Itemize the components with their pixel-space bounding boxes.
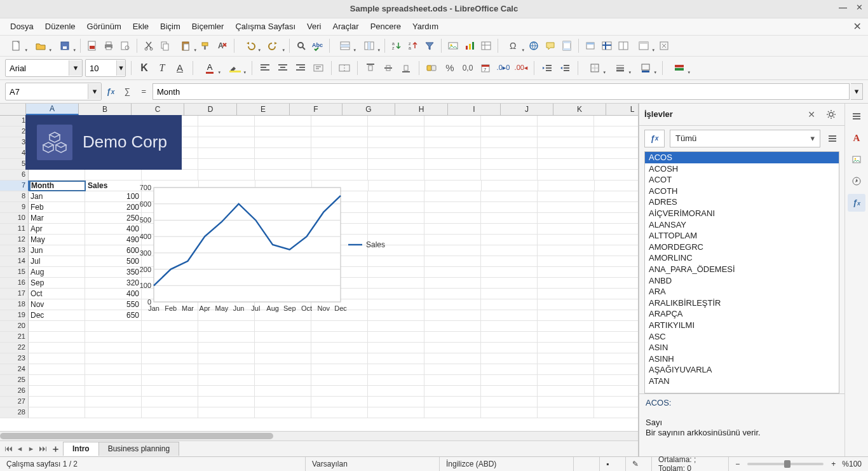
cell[interactable]	[198, 289, 255, 299]
column-header[interactable]: I	[448, 104, 501, 115]
sidebar-close-button[interactable]: ✕	[808, 109, 815, 120]
cell[interactable]	[368, 332, 424, 343]
cell[interactable]	[595, 181, 638, 191]
cell[interactable]	[311, 213, 368, 224]
cell[interactable]: Sales	[86, 181, 142, 191]
cell[interactable]	[198, 332, 255, 343]
cell[interactable]	[198, 202, 255, 213]
cell[interactable]	[311, 278, 368, 289]
cell[interactable]: Jul	[29, 256, 85, 267]
cell[interactable]	[538, 191, 594, 202]
cell[interactable]	[538, 202, 594, 213]
function-category-select[interactable]: Tümü ▾	[670, 130, 820, 147]
save-button[interactable]: ▾	[53, 38, 76, 53]
cell[interactable]: Dec	[29, 310, 85, 321]
cell[interactable]	[538, 256, 594, 267]
function-list-item[interactable]: ARTIKYILMI	[645, 320, 839, 331]
cell[interactable]	[29, 375, 85, 386]
column-header[interactable]: D	[184, 104, 237, 115]
cell[interactable]	[142, 191, 198, 202]
cell[interactable]	[142, 213, 198, 224]
function-list-item[interactable]: ASC	[645, 331, 839, 343]
row-header[interactable]: 20	[0, 321, 29, 332]
cell[interactable]	[142, 397, 198, 407]
cell[interactable]	[142, 148, 198, 159]
cell[interactable]	[424, 278, 481, 289]
row-header[interactable]: 24	[0, 364, 29, 375]
cell[interactable]	[481, 137, 538, 148]
cell[interactable]	[368, 116, 424, 126]
cell[interactable]	[424, 245, 481, 256]
status-language[interactable]: İngilizce (ABD)	[440, 457, 574, 471]
cell[interactable]	[424, 353, 481, 364]
cell[interactable]	[481, 397, 538, 407]
function-list-item[interactable]: ADRES	[645, 196, 839, 208]
cell[interactable]	[311, 256, 368, 267]
cell[interactable]: 400	[85, 224, 142, 235]
cell[interactable]	[424, 343, 481, 353]
cell[interactable]	[538, 299, 594, 310]
sidebar-tab-styles[interactable]: A	[848, 129, 865, 147]
cell[interactable]	[198, 353, 255, 364]
bold-button[interactable]: K	[137, 60, 152, 76]
cell[interactable]	[481, 170, 538, 181]
cell[interactable]	[142, 159, 198, 170]
cell[interactable]: Sep	[29, 278, 85, 289]
cell[interactable]	[311, 364, 368, 375]
headers-footers-button[interactable]	[559, 38, 574, 53]
copy-button[interactable]	[158, 38, 173, 53]
function-list-item[interactable]: ASIN	[645, 342, 839, 353]
cell[interactable]	[424, 213, 481, 224]
zoom-in-button[interactable]: +	[831, 460, 836, 468]
cell[interactable]	[481, 224, 538, 235]
row-header[interactable]: 28	[0, 407, 29, 418]
merge-cells-button[interactable]	[337, 60, 352, 76]
cell[interactable]	[311, 116, 368, 126]
cell[interactable]	[481, 386, 538, 397]
cell[interactable]	[255, 397, 311, 407]
cell[interactable]	[29, 148, 85, 159]
name-box[interactable]: ▾	[5, 83, 102, 100]
column-header[interactable]: J	[501, 104, 553, 115]
row-header[interactable]: 25	[0, 375, 29, 386]
cell[interactable]	[424, 332, 481, 343]
cell[interactable]	[594, 289, 638, 299]
add-decimal-button[interactable]: .0▸0	[496, 60, 511, 76]
tab-last-button[interactable]: ⏭	[37, 443, 48, 454]
split-window-button[interactable]	[616, 38, 631, 53]
cell[interactable]	[255, 310, 311, 321]
border-color-button[interactable]: ▾	[634, 60, 657, 76]
cell[interactable]	[142, 332, 198, 343]
cell[interactable]: 100	[85, 191, 142, 202]
cell[interactable]	[311, 289, 368, 299]
cell[interactable]	[255, 148, 311, 159]
cell[interactable]	[142, 375, 198, 386]
cell[interactable]	[198, 299, 255, 310]
cell[interactable]	[198, 224, 255, 235]
close-document-button[interactable]: ✕	[853, 20, 862, 32]
cell[interactable]	[481, 245, 538, 256]
cell[interactable]	[424, 116, 481, 126]
cell[interactable]	[142, 310, 198, 321]
cell[interactable]	[142, 170, 198, 181]
cell[interactable]	[255, 375, 311, 386]
cell[interactable]: 350	[85, 267, 142, 278]
cell[interactable]	[311, 159, 368, 170]
cell[interactable]	[594, 407, 638, 418]
cell[interactable]	[255, 181, 312, 191]
cell[interactable]	[538, 235, 594, 245]
function-list-item[interactable]: ALTTOPLAM	[645, 230, 839, 242]
menu-tools[interactable]: Araçlar	[327, 20, 363, 34]
row-header[interactable]: 18	[0, 299, 29, 310]
cell[interactable]	[85, 397, 142, 407]
italic-button[interactable]: T	[154, 60, 170, 76]
cell[interactable]	[198, 245, 255, 256]
cell[interactable]	[481, 299, 538, 310]
cell[interactable]	[198, 170, 255, 181]
row-header[interactable]: 15	[0, 267, 29, 278]
cell[interactable]	[142, 256, 198, 267]
find-button[interactable]	[294, 38, 309, 53]
function-list-item[interactable]: ACOS	[645, 152, 839, 163]
number-button[interactable]: 0,0	[460, 60, 475, 76]
equals-button[interactable]: =	[136, 84, 151, 99]
